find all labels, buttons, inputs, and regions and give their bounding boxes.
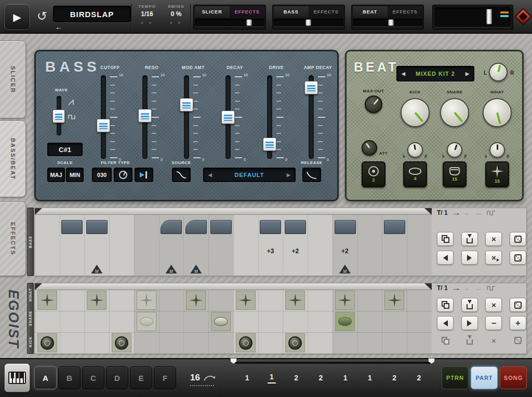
clear-button[interactable]: × [485, 232, 502, 246]
randomize-button[interactable] [510, 298, 526, 312]
keyboard-button[interactable] [4, 363, 30, 392]
tab-slicer-effects[interactable]: EFFECTS [230, 6, 265, 17]
amp-decay-slider[interactable] [309, 75, 314, 159]
kit-prev-icon[interactable]: ◀ [402, 71, 405, 76]
paste-button[interactable] [461, 298, 478, 312]
beat-cell-snare[interactable] [335, 312, 355, 331]
beat-cell-snare[interactable] [137, 312, 156, 331]
beat-cell-hihat[interactable] [137, 291, 156, 310]
steps-value[interactable]: 16 [190, 373, 200, 383]
play-direction-pingpong-icon[interactable]: ↔ [475, 209, 482, 217]
slider-cap[interactable] [221, 111, 235, 124]
slider-handle[interactable] [388, 19, 394, 26]
master-volume-slider[interactable] [435, 7, 511, 27]
bass-note[interactable] [86, 220, 108, 234]
hihat-tune-knob[interactable] [489, 142, 505, 158]
slider-cap[interactable] [97, 119, 110, 132]
tab-bass-effects[interactable]: EFFECTS [309, 6, 344, 17]
sidebar-tab-effects[interactable]: EFFECTS [0, 201, 26, 276]
pattern-button-b[interactable]: B [58, 366, 81, 389]
cutoff-slider[interactable] [101, 75, 106, 159]
time-division-label[interactable]: T/ 1 [437, 284, 448, 292]
beat-cell-hihat[interactable] [186, 291, 206, 310]
beat-cell-hihat[interactable] [335, 291, 355, 310]
wave-selector[interactable] [57, 96, 61, 135]
beat-cell-hihat[interactable] [87, 291, 107, 310]
beat-volume-slider[interactable] [353, 19, 422, 26]
root-key-display[interactable]: C#1 [47, 143, 83, 156]
clear-shift-button[interactable]: × [485, 251, 502, 265]
play-direction-left-icon[interactable]: ← [464, 209, 471, 217]
sidebar-tab-slicer[interactable]: SLICER [0, 40, 26, 118]
slider-cap[interactable] [138, 109, 152, 122]
loop-end-wedge-icon[interactable] [424, 283, 432, 290]
remove-step-button[interactable]: − [485, 316, 502, 330]
bass-seq-grid[interactable]: +3+2+212121212 [35, 215, 432, 276]
release-button[interactable] [302, 168, 321, 182]
copy-button[interactable] [437, 232, 454, 246]
attack-knob[interactable] [362, 140, 377, 156]
preset-back-icon[interactable]: ← [55, 23, 62, 31]
snare-tune-knob[interactable] [447, 142, 462, 158]
randomize-button[interactable] [510, 232, 526, 246]
part-slot-4[interactable]: 2 [309, 366, 333, 389]
beat-cell-kick[interactable] [112, 333, 131, 352]
slicer-volume-slider[interactable] [195, 19, 264, 26]
loop-end-wedge-icon[interactable] [424, 208, 432, 215]
loop-start-wedge-icon[interactable] [35, 208, 42, 215]
step-marker[interactable]: 12 [190, 265, 202, 273]
step-marker[interactable]: 12 [91, 265, 102, 273]
slider-cap[interactable] [304, 81, 318, 94]
kit-selector[interactable]: ◀ MIXED KIT 2 ▶ [396, 66, 474, 81]
beat-cell-snare[interactable] [211, 312, 231, 331]
bass-note[interactable] [384, 220, 405, 234]
slider-cap[interactable] [263, 138, 276, 151]
hihat-level-knob[interactable] [483, 98, 512, 127]
beat-cell-kick[interactable] [37, 333, 57, 352]
filter-dial-button[interactable] [114, 168, 132, 182]
pattern-button-c[interactable]: C [82, 366, 104, 389]
bass-volume-slider[interactable] [274, 19, 343, 26]
mod-amt-slider[interactable] [184, 75, 189, 159]
step-marker[interactable]: 12 [339, 265, 351, 273]
preset-title[interactable]: BIRDSLAP [53, 6, 131, 22]
step-marker[interactable]: 12 [166, 265, 177, 273]
clear-button[interactable]: × [485, 298, 502, 312]
part-slot-1[interactable]: 1 [235, 366, 259, 389]
paste-button[interactable] [461, 232, 478, 246]
beat-cell-kick[interactable] [236, 333, 256, 352]
pattern-button-d[interactable]: D [106, 366, 128, 389]
part-slot-3[interactable]: 2 [284, 366, 309, 389]
reso-slider[interactable] [142, 75, 148, 159]
beat-seq-timeline[interactable] [35, 283, 432, 290]
part-slot-6[interactable]: 1 [357, 366, 382, 389]
dropdown-left-icon[interactable]: ◀ [208, 172, 212, 177]
play-button[interactable]: ▶ [4, 4, 30, 30]
beat-cell-hihat[interactable] [285, 291, 305, 310]
beat-pad-snare[interactable]: 4 [403, 161, 427, 187]
bass-note[interactable] [285, 220, 306, 234]
play-direction-pingpong-icon[interactable]: ↔ [475, 284, 482, 292]
play-direction-left-icon[interactable]: ← [464, 284, 471, 292]
steps-box[interactable]: 16 [185, 366, 232, 389]
time-division-label[interactable]: T/ 1 [437, 209, 448, 216]
pattern-button-e[interactable]: E [130, 366, 152, 389]
drive-slider[interactable] [267, 75, 272, 159]
tab-bass[interactable]: BASS [274, 6, 309, 17]
beat-pad-crash[interactable]: 15 [485, 161, 509, 187]
snare-level-knob[interactable] [440, 98, 469, 127]
beat-row-snare[interactable] [35, 311, 432, 333]
part-slot-7[interactable]: 2 [382, 366, 407, 389]
slider-cap[interactable] [180, 98, 193, 112]
pattern-button-f[interactable]: F [154, 366, 176, 389]
step-wave-icon[interactable] [487, 285, 496, 291]
beat-row-hihat[interactable] [35, 290, 432, 311]
swing-value[interactable]: 0 % [162, 10, 190, 18]
play-direction-right-icon[interactable]: → [450, 209, 461, 217]
shift-right-button[interactable] [461, 316, 478, 330]
tab-beat[interactable]: BEAT [353, 6, 388, 17]
slider-handle[interactable] [486, 9, 492, 24]
scale-min-button[interactable]: MIN [66, 168, 84, 182]
tab-beat-effects[interactable]: EFFECTS [388, 6, 423, 17]
bass-note[interactable] [210, 220, 232, 234]
